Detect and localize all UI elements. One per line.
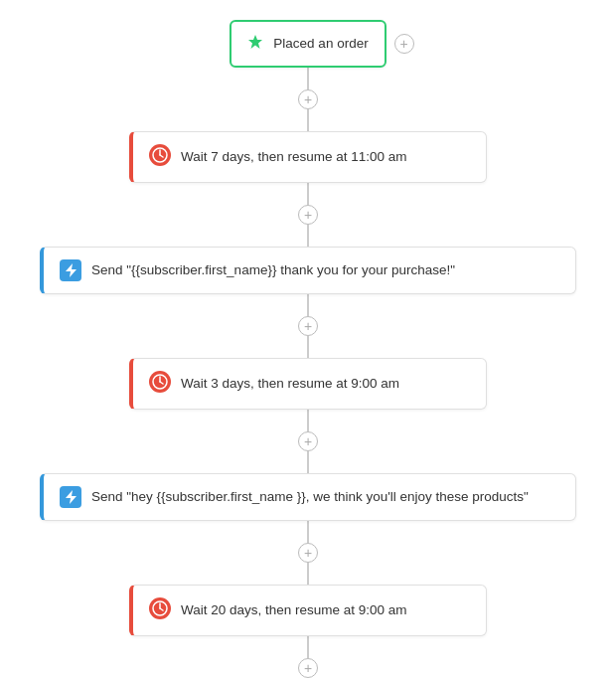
connector-1: + <box>298 68 318 131</box>
add-step-button-4[interactable]: + <box>298 431 318 451</box>
star-icon <box>247 34 263 54</box>
connector-line <box>307 410 309 431</box>
trigger-wrapper: Placed an order + <box>230 20 385 68</box>
connector-5: + <box>298 521 318 585</box>
connector-line-bottom <box>307 109 309 131</box>
send-label-2: Send "hey {{subscriber.first_name }}, we… <box>91 488 529 507</box>
connector-3: + <box>298 294 318 358</box>
connector-4: + <box>298 410 318 473</box>
trigger-label: Placed an order <box>273 35 368 54</box>
add-step-button-3[interactable]: + <box>298 316 318 336</box>
add-step-button-1[interactable]: + <box>298 89 318 109</box>
svg-marker-5 <box>66 263 77 277</box>
connector-6: + <box>298 636 318 678</box>
connector-line-bottom <box>307 225 309 247</box>
trigger-add-button[interactable]: + <box>394 34 414 54</box>
wait-label-2: Wait 3 days, then resume at 9:00 am <box>181 375 399 394</box>
connector-line <box>307 521 309 543</box>
wait-node-3[interactable]: Wait 20 days, then resume at 9:00 am <box>129 585 487 636</box>
flow-container: Placed an order + + Wait 7 days, then re… <box>20 20 596 678</box>
send-node-1[interactable]: Send "{{subscriber.first_name}} thank yo… <box>40 247 576 294</box>
connector-line <box>307 294 309 316</box>
wait-label-3: Wait 20 days, then resume at 9:00 am <box>181 601 407 620</box>
add-step-button-2[interactable]: + <box>298 205 318 225</box>
trigger-node[interactable]: Placed an order + <box>230 20 385 68</box>
add-step-button-5[interactable]: + <box>298 543 318 563</box>
connector-2: + <box>298 183 318 247</box>
send-node-2[interactable]: Send "hey {{subscriber.first_name }}, we… <box>40 473 576 521</box>
connector-line-bottom <box>307 563 309 585</box>
wait-node-2[interactable]: Wait 3 days, then resume at 9:00 am <box>129 358 487 410</box>
svg-marker-10 <box>66 490 77 504</box>
add-step-button-6[interactable]: + <box>298 658 318 678</box>
wait-node-1[interactable]: Wait 7 days, then resume at 11:00 am <box>129 131 487 183</box>
bolt-icon-1 <box>60 259 81 281</box>
wait-label-1: Wait 7 days, then resume at 11:00 am <box>181 148 407 167</box>
connector-line-bottom <box>307 336 309 358</box>
send-label-1: Send "{{subscriber.first_name}} thank yo… <box>91 261 455 280</box>
connector-line-bottom <box>307 451 309 473</box>
svg-marker-0 <box>248 35 262 49</box>
connector-line <box>307 636 309 658</box>
clock-icon-1 <box>149 144 171 170</box>
connector-line <box>307 68 309 89</box>
clock-icon-3 <box>149 597 171 623</box>
connector-line <box>307 183 309 205</box>
clock-icon-2 <box>149 371 171 397</box>
bolt-icon-2 <box>60 486 81 508</box>
